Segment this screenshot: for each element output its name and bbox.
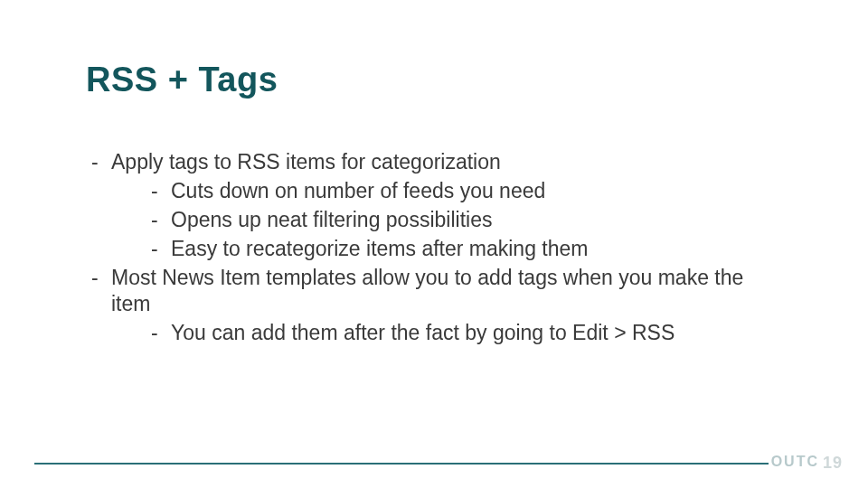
bullet-subitem: Opens up neat filtering possibilities <box>111 207 787 234</box>
bullet-text: Opens up neat filtering possibilities <box>171 208 492 231</box>
bullet-subitem: Easy to recategorize items after making … <box>111 236 787 263</box>
bullet-item: Apply tags to RSS items for categorizati… <box>86 149 787 263</box>
footer-brand: OUTC <box>771 454 819 470</box>
page-number: 19 <box>823 454 843 473</box>
bullet-list: Apply tags to RSS items for categorizati… <box>86 149 787 347</box>
bullet-item: Most News Item templates allow you to ad… <box>86 265 787 348</box>
bullet-text: Most News Item templates allow you to ad… <box>111 266 743 316</box>
slide-title: RSS + Tags <box>86 61 278 99</box>
slide-body: Apply tags to RSS items for categorizati… <box>86 149 787 349</box>
bullet-subitem: You can add them after the fact by going… <box>111 320 787 347</box>
bullet-text: Easy to recategorize items after making … <box>171 237 588 260</box>
bullet-subitem: Cuts down on number of feeds you need <box>111 178 787 205</box>
footer-rule <box>34 463 769 465</box>
slide: RSS + Tags Apply tags to RSS items for c… <box>0 0 868 488</box>
bullet-text: Cuts down on number of feeds you need <box>171 179 545 202</box>
bullet-text: Apply tags to RSS items for categorizati… <box>111 150 501 174</box>
bullet-sublist: Cuts down on number of feeds you need Op… <box>111 178 787 263</box>
bullet-text: You can add them after the fact by going… <box>171 321 675 344</box>
bullet-sublist: You can add them after the fact by going… <box>111 320 787 347</box>
